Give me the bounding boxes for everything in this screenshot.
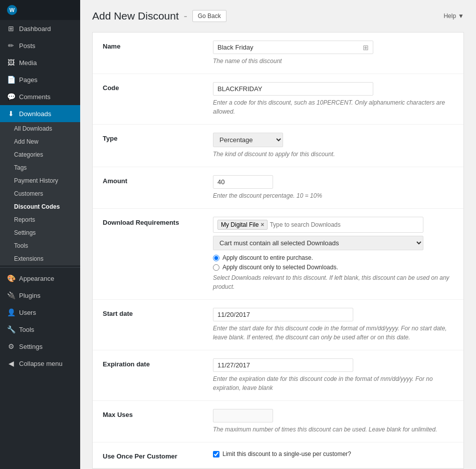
submenu-reports[interactable]: Reports [0,213,80,226]
start-date-label: Start date [103,308,203,317]
tag-input-area[interactable]: My Digital File × [213,217,423,233]
tag-remove-icon[interactable]: × [261,221,264,228]
use-once-checkbox[interactable] [213,451,219,457]
sidebar-logo: W [0,0,80,20]
sidebar-item-tools[interactable]: 🔧 Tools [0,321,80,338]
name-field: ⊞ The name of this discount [213,41,453,66]
sidebar-item-label: Plugins [19,292,41,299]
download-tag: My Digital File × [217,220,268,230]
sidebar-item-dashboard[interactable]: ⊞ Dashboard [0,20,80,37]
sidebar-item-label: Downloads [19,110,51,118]
use-once-checkbox-label[interactable]: Limit this discount to a single-use per … [213,450,453,457]
collapse-icon: ◀ [7,359,15,367]
type-select[interactable]: Flat Percentage [213,133,283,147]
sidebar-item-label: Tools [19,326,34,333]
expiration-date-label: Expiration date [103,358,203,368]
sidebar-item-label: Posts [19,42,36,50]
amount-input[interactable] [213,175,273,189]
dashboard-icon: ⊞ [7,25,15,33]
pages-icon: 📄 [7,76,15,84]
amount-label: Amount [103,175,203,185]
expiration-date-input[interactable] [213,358,353,372]
code-input[interactable] [213,82,373,96]
sidebar-item-media[interactable]: 🖼 Media [0,54,80,71]
sidebar-item-collapse[interactable]: ◀ Collapse menu [0,355,80,372]
submenu-categories[interactable]: Categories [0,148,80,161]
use-once-field: Limit this discount to a single-use per … [213,450,453,457]
radio-selected-downloads[interactable]: Apply discount only to selected Download… [213,264,453,271]
radio-selected-downloads-label: Apply discount only to selected Download… [222,264,338,271]
max-uses-input[interactable] [213,409,273,422]
name-field-icon: ⊞ [359,44,373,52]
submenu-all-downloads[interactable]: All Downloads [0,122,80,135]
form-row-type: Type Flat Percentage The kind of discoun… [93,125,463,167]
type-field: Flat Percentage The kind of discount to … [213,133,453,159]
sidebar-item-comments[interactable]: 💬 Comments [0,88,80,105]
tools-icon: 🔧 [7,325,15,333]
downloads-icon: ⬇ [7,110,15,118]
submenu-extensions[interactable]: Extensions [0,252,80,265]
sidebar-item-settings[interactable]: ⚙ Settings [0,338,80,355]
radio-entire-purchase-label: Apply discount to entire purchase. [222,254,313,261]
page-title: Add New Discount [92,10,179,22]
go-back-button[interactable]: Go Back [192,10,226,22]
form-row-max-uses: Max Uses The maximum number of times thi… [93,401,463,442]
submenu-tags[interactable]: Tags [0,161,80,174]
sidebar-item-users[interactable]: 👤 Users [0,304,80,321]
submenu-tools[interactable]: Tools [0,239,80,252]
sidebar-item-posts[interactable]: ✏ Posts [0,37,80,54]
sidebar-item-label: Settings [19,343,43,350]
page-header: Add New Discount - Go Back Help ▼ [92,10,464,22]
posts-icon: ✏ [7,42,15,50]
sidebar: W ⊞ Dashboard ✏ Posts 🖼 Media 📄 Pages 💬 … [0,0,80,469]
amount-field: Enter the discount percentage. 10 = 10% [213,175,453,200]
tag-label: My Digital File [221,221,259,228]
comments-icon: 💬 [7,93,15,101]
help-button[interactable]: Help ▼ [443,13,464,20]
max-uses-field: The maximum number of times this discoun… [213,409,453,434]
title-separator: - [184,10,187,22]
start-date-input[interactable] [213,308,353,321]
start-date-field: Enter the start date for this discount c… [213,308,453,342]
radio-entire-purchase-input[interactable] [213,255,219,261]
download-requirements-field: My Digital File × Cart must contain all … [213,217,453,291]
sidebar-item-label: Media [19,59,37,67]
name-input[interactable] [213,41,359,54]
sidebar-item-label: Collapse menu [19,360,63,367]
expiration-date-hint: Enter the expiration date for this disco… [213,374,453,392]
help-label: Help [443,13,456,20]
use-once-label: Use Once Per Customer [103,450,203,460]
sidebar-item-label: Users [19,309,36,316]
type-label: Type [103,133,203,142]
form-row-use-once-per-customer: Use Once Per Customer Limit this discoun… [93,442,463,468]
submenu-add-new[interactable]: Add New [0,135,80,148]
submenu-payment-history[interactable]: Payment History [0,174,80,187]
name-hint: The name of this discount [213,57,453,66]
cart-requirement-select[interactable]: Cart must contain all selected Downloads [213,236,423,250]
download-search-input[interactable] [270,221,419,228]
submenu-discount-codes[interactable]: Discount Codes [0,200,80,213]
sidebar-item-label: Pages [19,76,38,84]
type-hint: The kind of discount to apply for this d… [213,150,453,159]
form-row-name: Name ⊞ The name of this discount [93,33,463,74]
radio-entire-purchase[interactable]: Apply discount to entire purchase. [213,254,453,261]
form-row-start-date: Start date Enter the start date for this… [93,300,463,350]
form-row-code: Code Enter a code for this discount, suc… [93,74,463,125]
discount-form: Name ⊞ The name of this discount Code En… [92,32,464,469]
submenu-settings[interactable]: Settings [0,226,80,239]
sidebar-item-label: Appearance [19,275,54,282]
download-requirements-label: Download Requirements [103,217,203,226]
submenu-customers[interactable]: Customers [0,187,80,200]
sidebar-item-plugins[interactable]: 🔌 Plugins [0,287,80,304]
code-field: Enter a code for this discount, such as … [213,82,453,116]
sidebar-item-appearance[interactable]: 🎨 Appearance [0,270,80,287]
appearance-icon: 🎨 [7,274,15,282]
downloads-submenu: All Downloads Add New Categories Tags Pa… [0,122,80,265]
use-once-checkbox-text: Limit this discount to a single-use per … [222,450,351,457]
radio-selected-downloads-input[interactable] [213,264,219,271]
sidebar-item-pages[interactable]: 📄 Pages [0,71,80,88]
settings-icon: ⚙ [7,342,15,350]
discount-apply-radio-group: Apply discount to entire purchase. Apply… [213,254,453,271]
name-input-wrapper: ⊞ [213,41,373,54]
sidebar-item-downloads[interactable]: ⬇ Downloads [0,105,80,122]
